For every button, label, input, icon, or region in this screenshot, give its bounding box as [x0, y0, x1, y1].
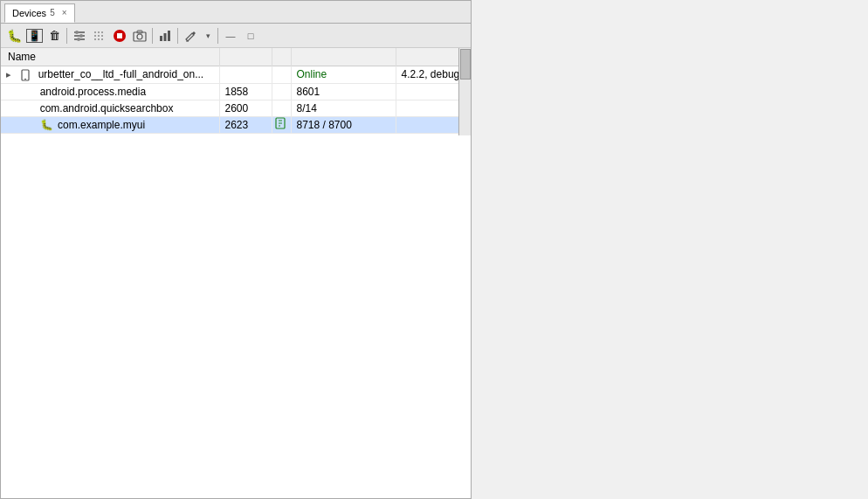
svg-point-4: [79, 34, 83, 38]
table-row[interactable]: android.process.media 1858 8601: [1, 83, 465, 100]
thread2-svg: [93, 29, 107, 43]
col-header-icon: [272, 48, 291, 66]
toolbar: 🐛 📱 🗑: [1, 24, 471, 48]
process-name-text-selected: com.example.myui: [58, 119, 145, 131]
col-header-name[interactable]: Name: [1, 48, 219, 66]
tab-label: Devices: [12, 8, 46, 18]
process-name-text: com.android.quicksearchbox: [40, 102, 174, 114]
chevron-down-icon[interactable]: ▾: [201, 26, 215, 45]
process-name-cell: com.android.quicksearchbox: [1, 100, 219, 116]
process-name-cell-selected: 🐛 com.example.myui: [1, 116, 219, 133]
device-name-text: urbetter_co__ltd_-full_android_on...: [38, 68, 203, 80]
svg-point-12: [137, 34, 142, 39]
process-extra-cell: [396, 83, 465, 100]
process-debugger-cell: [272, 100, 291, 116]
debug-green-icon[interactable]: 🐛: [4, 26, 24, 45]
stop-icon[interactable]: [110, 26, 129, 45]
process-info-cell-selected: 8718 / 8700: [291, 116, 396, 133]
chart-svg: [158, 29, 172, 43]
device-status-icon-cell: [272, 66, 291, 84]
device-monitor-icon[interactable]: 📱: [24, 26, 44, 45]
process-info-cell: 8/14: [291, 100, 396, 116]
table-header-row: Name: [1, 48, 465, 66]
device-version-cell: 4.2.2, debug: [396, 66, 465, 84]
thread-svg: [72, 29, 86, 43]
svg-rect-15: [164, 33, 167, 41]
svg-rect-10: [117, 33, 122, 38]
process-pid-cell-selected: 2623: [219, 116, 272, 133]
process-pid-cell: 2600: [219, 100, 272, 116]
tree-toggle-icon[interactable]: ▸: [6, 69, 17, 80]
col-header-info: [291, 48, 396, 66]
device-version-text: 4.2.2, debug: [402, 68, 460, 80]
device-name-cell: ▸ urbetter_co__ltd_-full_android_on...: [1, 66, 219, 84]
svg-rect-16: [168, 31, 170, 41]
table-container: Name ▸: [1, 48, 471, 498]
tab-badge: 5: [50, 8, 55, 17]
separator-1: [66, 28, 67, 44]
vertical-scrollbar[interactable]: [458, 48, 471, 135]
scrollbar-thumb[interactable]: [460, 49, 471, 80]
process-name-text: android.process.media: [40, 86, 146, 98]
tab-close-button[interactable]: ×: [62, 8, 67, 17]
col-header-pid: [219, 48, 272, 66]
delete-icon[interactable]: 🗑: [45, 26, 64, 45]
col-header-extra: [396, 48, 465, 66]
process-debugger-icon-cell: [272, 116, 291, 133]
stop-svg: [113, 29, 127, 43]
bug-icon: 🐛: [40, 119, 53, 131]
device-status-cell: Online: [291, 66, 396, 84]
phone-icon: [19, 68, 31, 81]
process-name-cell: android.process.media: [1, 83, 219, 100]
devices-table: Name ▸: [1, 48, 466, 134]
debugger-attached-icon: [274, 117, 286, 129]
svg-rect-14: [160, 36, 162, 41]
process-extra-cell: [396, 100, 465, 116]
devices-panel: Devices 5 × 🐛 📱 🗑: [0, 0, 472, 499]
thread2-icon[interactable]: [90, 26, 109, 45]
tab-devices[interactable]: Devices 5 ×: [4, 3, 75, 23]
process-extra-cell-selected: [396, 116, 465, 133]
camera-svg: [133, 29, 147, 43]
chart-icon[interactable]: [155, 26, 175, 45]
tab-bar: Devices 5 ×: [1, 1, 471, 24]
process-pid-cell: 1858: [219, 83, 272, 100]
device-pid-cell: [219, 66, 272, 84]
separator-2: [152, 28, 153, 44]
process-info-cell: 8601: [291, 83, 396, 100]
minimize-icon[interactable]: —: [221, 26, 240, 45]
separator-3: [177, 28, 178, 44]
table-row-selected[interactable]: 🐛 com.example.myui 2623 8718 / 8700: [1, 116, 465, 133]
screenshot-icon[interactable]: [130, 26, 149, 45]
separator-4: [217, 28, 218, 44]
svg-point-5: [77, 38, 80, 41]
table-row[interactable]: com.android.quicksearchbox 2600 8/14: [1, 100, 465, 116]
edit-svg: [183, 29, 197, 43]
thread-icon[interactable]: [70, 26, 89, 45]
maximize-icon[interactable]: □: [241, 26, 260, 45]
edit-icon[interactable]: [181, 26, 200, 45]
svg-point-3: [75, 31, 79, 34]
device-status-text: Online: [297, 68, 327, 80]
table-row-device[interactable]: ▸ urbetter_co__ltd_-full_android_on... O…: [1, 66, 465, 84]
process-debugger-cell: [272, 83, 291, 100]
